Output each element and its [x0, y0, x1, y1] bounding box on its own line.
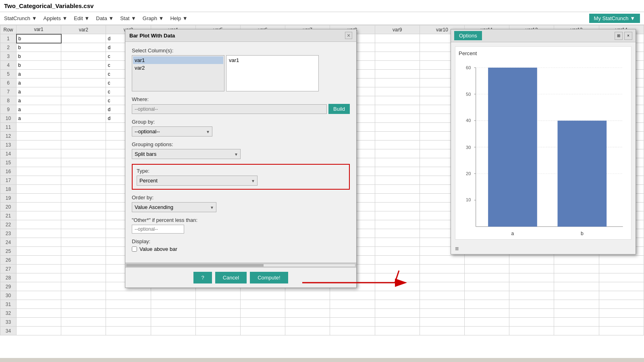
cell-r31-c1[interactable] — [17, 309, 61, 318]
cell-r30-c6[interactable] — [241, 300, 285, 309]
compute-button[interactable]: Compute! — [250, 272, 288, 283]
cell-r9-c2[interactable] — [61, 114, 106, 123]
menu-data[interactable]: Data ▼ — [96, 14, 114, 23]
cell-r31-c7[interactable] — [285, 309, 330, 318]
menu-applets[interactable]: Applets ▼ — [44, 14, 68, 23]
cell-r28-c11[interactable] — [465, 282, 509, 291]
cell-r29-c13[interactable] — [554, 291, 599, 300]
cell-r10-c2[interactable] — [61, 123, 106, 132]
cell-r30-c12[interactable] — [509, 300, 554, 309]
cell-r31-c10[interactable] — [420, 309, 464, 318]
cell-r8-c9[interactable] — [375, 105, 420, 114]
cell-r33-c12[interactable] — [509, 327, 554, 335]
dialog-scrollbar[interactable] — [125, 263, 356, 267]
cell-r30-c7[interactable] — [285, 300, 330, 309]
col-header-var1[interactable]: var1 — [17, 25, 61, 34]
cell-r31-c12[interactable] — [509, 309, 554, 318]
cell-r29-c12[interactable] — [509, 291, 554, 300]
cell-r26-c12[interactable] — [509, 265, 554, 273]
cell-r16-c9[interactable] — [375, 176, 420, 185]
cell-r27-c10[interactable] — [420, 273, 464, 282]
other-percent-input[interactable] — [132, 225, 184, 234]
cell-r10-c1[interactable] — [17, 123, 61, 132]
cell-r33-c1[interactable] — [17, 327, 61, 335]
cell-r20-c2[interactable] — [61, 211, 106, 220]
cell-r17-c1[interactable] — [17, 185, 61, 194]
cell-r28-c1[interactable] — [17, 282, 61, 291]
cell-r5-c1[interactable]: a — [17, 79, 61, 87]
cell-r27-c11[interactable] — [465, 273, 509, 282]
cell-r33-c2[interactable] — [61, 327, 106, 335]
cell-r12-c2[interactable] — [61, 141, 106, 149]
cell-r30-c9[interactable] — [375, 300, 420, 309]
cell-r4-c1[interactable]: a — [17, 70, 61, 79]
cell-r21-c2[interactable] — [61, 220, 106, 229]
cell-r15-c9[interactable] — [375, 167, 420, 176]
cell-r32-c10[interactable] — [420, 318, 464, 327]
cell-r26-c14[interactable] — [599, 265, 644, 273]
help-button[interactable]: ? — [193, 272, 212, 283]
cell-r8-c1[interactable]: a — [17, 105, 61, 114]
cell-r31-c11[interactable] — [465, 309, 509, 318]
cell-r33-c13[interactable] — [554, 327, 599, 335]
cell-r12-c9[interactable] — [375, 141, 420, 149]
cell-r5-c2[interactable] — [61, 79, 106, 87]
cell-r14-c9[interactable] — [375, 158, 420, 167]
cell-r32-c6[interactable] — [241, 318, 285, 327]
cell-r30-c14[interactable] — [599, 300, 644, 309]
cell-r7-c1[interactable]: a — [17, 96, 61, 105]
cell-r30-c10[interactable] — [420, 300, 464, 309]
cell-r30-c5[interactable] — [195, 300, 240, 309]
cell-r32-c7[interactable] — [285, 318, 330, 327]
cell-r33-c11[interactable] — [465, 327, 509, 335]
cell-r28-c10[interactable] — [420, 282, 464, 291]
cell-r32-c8[interactable] — [330, 318, 375, 327]
close-panel-button[interactable]: × — [624, 32, 632, 40]
cell-r22-c1[interactable] — [17, 229, 61, 238]
cell-r25-c13[interactable] — [554, 256, 599, 265]
cell-r15-c1[interactable] — [17, 167, 61, 176]
cell-r23-c9[interactable] — [375, 238, 420, 247]
cell-r5-c9[interactable] — [375, 79, 420, 87]
cell-r3-c1[interactable]: b — [17, 61, 61, 70]
cell-r14-c1[interactable] — [17, 158, 61, 167]
cell-r28-c12[interactable] — [509, 282, 554, 291]
cell-r28-c9[interactable] — [375, 282, 420, 291]
cell-r22-c9[interactable] — [375, 229, 420, 238]
cell-r29-c7[interactable] — [285, 291, 330, 300]
cell-r18-c9[interactable] — [375, 194, 420, 203]
cell-r31-c8[interactable] — [330, 309, 375, 318]
cell-r30-c4[interactable] — [151, 300, 195, 309]
cell-r19-c9[interactable] — [375, 203, 420, 211]
menu-help[interactable]: Help ▼ — [170, 14, 187, 23]
cell-r23-c1[interactable] — [17, 238, 61, 247]
menu-stat[interactable]: Stat ▼ — [120, 14, 136, 23]
cell-r25-c10[interactable] — [420, 256, 464, 265]
cell-r31-c9[interactable] — [375, 309, 420, 318]
cell-r33-c3[interactable] — [106, 327, 151, 335]
cell-r31-c13[interactable] — [554, 309, 599, 318]
col-header-var9[interactable]: var9 — [375, 25, 420, 34]
cell-r16-c1[interactable] — [17, 176, 61, 185]
build-button[interactable]: Build — [328, 104, 350, 114]
grouping-options-select[interactable]: Split bars Stacked bars Side by side — [132, 149, 241, 159]
cell-r27-c13[interactable] — [554, 273, 599, 282]
cell-r25-c11[interactable] — [465, 256, 509, 265]
cell-r22-c2[interactable] — [61, 229, 106, 238]
selected-var1[interactable]: var1 — [227, 56, 318, 64]
cell-r2-c2[interactable] — [61, 52, 106, 61]
cell-r26-c2[interactable] — [61, 265, 106, 273]
cell-r33-c9[interactable] — [375, 327, 420, 335]
cell-r20-c9[interactable] — [375, 211, 420, 220]
cell-r26-c10[interactable] — [420, 265, 464, 273]
selected-columns-list[interactable]: var1 — [226, 55, 319, 91]
cell-r18-c1[interactable] — [17, 194, 61, 203]
cell-r29-c4[interactable] — [151, 291, 195, 300]
cell-r20-c1[interactable] — [17, 211, 61, 220]
cell-r28-c2[interactable] — [61, 282, 106, 291]
cell-r1-c9[interactable] — [375, 43, 420, 52]
cell-r27-c2[interactable] — [61, 273, 106, 282]
available-columns-list[interactable]: var1 var2 — [132, 55, 224, 91]
cell-r28-c13[interactable] — [554, 282, 599, 291]
cell-r25-c9[interactable] — [375, 256, 420, 265]
